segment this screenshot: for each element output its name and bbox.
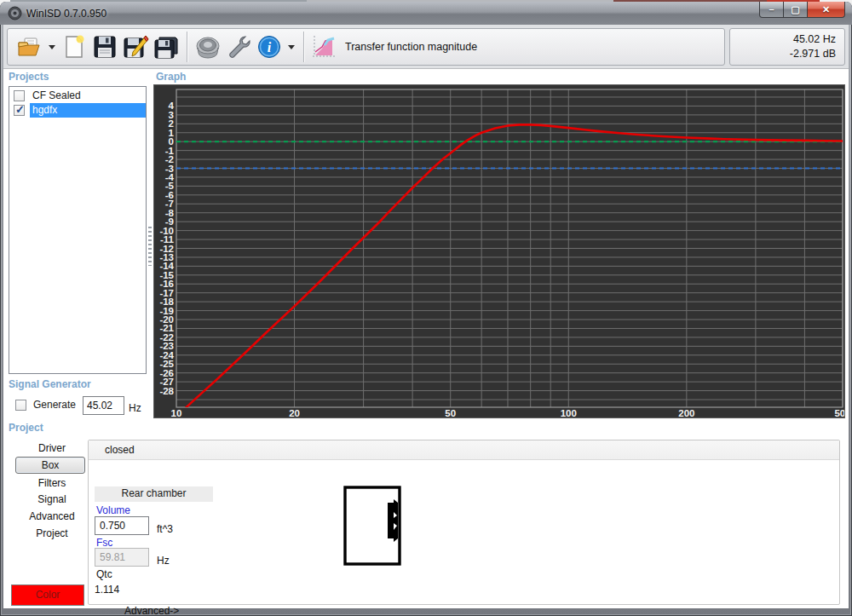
nav-item-driver[interactable]: Driver <box>14 440 90 456</box>
save-icon <box>92 34 118 60</box>
open-dropdown-arrow[interactable] <box>49 45 55 49</box>
svg-text:-2: -2 <box>165 154 174 164</box>
new-project-icon <box>62 34 86 60</box>
toolbar: i Transfer function magnitude 45.02 Hz -… <box>3 25 849 69</box>
svg-text:-7: -7 <box>165 199 174 209</box>
box-parameters-panel: closed Rear chamber Volume ft^3 Fsc Hz Q… <box>88 440 840 605</box>
toolbar-main-panel: i Transfer function magnitude <box>7 28 725 66</box>
cursor-readout-panel: 45.02 Hz -2.971 dB <box>729 28 845 66</box>
open-project-button[interactable] <box>14 32 45 62</box>
driver-icon <box>194 34 222 60</box>
volume-input[interactable] <box>95 516 149 535</box>
signal-generator-header: Signal Generator <box>9 378 91 390</box>
svg-text:-25: -25 <box>159 359 174 369</box>
project-row-cf-sealed[interactable]: CF Sealed <box>9 89 146 103</box>
svg-text:-1: -1 <box>165 146 175 156</box>
toolbar-separator-2 <box>303 32 304 62</box>
svg-text:3: 3 <box>169 110 174 120</box>
project-checkbox-checked[interactable] <box>14 105 25 116</box>
volume-label: Volume <box>96 504 130 516</box>
generator-frequency-unit: Hz <box>129 402 141 414</box>
nav-item-signal[interactable]: Signal <box>14 492 90 507</box>
nav-item-box-active[interactable]: Box <box>15 457 85 474</box>
svg-text:-26: -26 <box>159 368 174 378</box>
save-as-button[interactable] <box>120 32 151 62</box>
chart-icon[interactable] <box>309 33 338 60</box>
svg-text:-9: -9 <box>165 216 174 227</box>
fsc-label: Fsc <box>96 537 112 549</box>
rear-chamber-label[interactable]: Rear chamber <box>95 486 213 502</box>
panel-splitter-handle[interactable] <box>148 227 152 266</box>
volume-unit: ft^3 <box>157 523 173 535</box>
generate-checkbox[interactable] <box>15 400 26 411</box>
svg-text:-6: -6 <box>165 190 174 200</box>
qtc-label: Qtc <box>96 568 112 580</box>
project-row-hgdfx[interactable]: hgdfx <box>9 103 146 118</box>
qtc-value: 1.114 <box>95 584 119 596</box>
svg-text:-18: -18 <box>159 296 174 307</box>
preferences-button[interactable] <box>223 32 254 62</box>
svg-text:-14: -14 <box>159 261 174 271</box>
svg-text:-5: -5 <box>165 181 175 191</box>
svg-text:-16: -16 <box>159 279 174 289</box>
svg-text:-13: -13 <box>159 252 174 262</box>
box-type-header[interactable]: closed <box>89 440 839 460</box>
about-button[interactable]: i <box>254 32 285 62</box>
svg-text:-11: -11 <box>160 234 175 245</box>
svg-text:0: 0 <box>169 136 174 147</box>
generator-frequency-input[interactable] <box>83 396 124 415</box>
open-folder-icon <box>17 35 43 59</box>
titlebar[interactable]: WinISD 0.7.0.950 – ▢ ✕ <box>0 2 852 25</box>
fsc-unit: Hz <box>157 555 170 567</box>
tools-wrench-icon <box>226 34 251 60</box>
advanced-link[interactable]: Advanced-> <box>124 605 179 616</box>
nav-item-project[interactable]: Project <box>14 526 90 541</box>
transfer-function-graph[interactable]: -28-27-26-25-24-23-22-21-20-19-18-17-16-… <box>153 84 845 418</box>
toolbar-separator <box>187 32 187 62</box>
save-as-icon <box>122 34 149 60</box>
close-button[interactable]: ✕ <box>807 2 845 18</box>
maximize-button[interactable]: ▢ <box>784 2 807 18</box>
svg-text:500: 500 <box>834 408 844 417</box>
svg-text:1: 1 <box>169 128 175 138</box>
svg-text:-23: -23 <box>159 341 174 351</box>
svg-text:20: 20 <box>289 408 300 417</box>
svg-text:50: 50 <box>445 408 456 417</box>
svg-text:-24: -24 <box>159 350 174 360</box>
graph-header: Graph <box>156 71 186 83</box>
save-all-button[interactable] <box>151 32 181 62</box>
new-project-button[interactable] <box>59 32 89 62</box>
project-label[interactable]: CF Sealed <box>30 89 146 103</box>
project-section-header: Project <box>9 422 43 434</box>
svg-text:100: 100 <box>561 408 577 417</box>
generate-label: Generate <box>33 399 76 411</box>
svg-text:-4: -4 <box>165 172 175 182</box>
svg-text:-8: -8 <box>165 208 175 218</box>
winisd-window: WinISD 0.7.0.950 – ▢ ✕ <box>0 2 852 616</box>
svg-text:2: 2 <box>169 118 174 129</box>
svg-text:-15: -15 <box>159 270 174 280</box>
driver-editor-button[interactable] <box>193 32 223 62</box>
graph-canvas[interactable]: -28-27-26-25-24-23-22-21-20-19-18-17-16-… <box>154 85 844 417</box>
nav-item-filters[interactable]: Filters <box>14 475 90 491</box>
readout-frequency: 45.02 Hz <box>730 32 836 47</box>
readout-magnitude: -2.971 dB <box>730 47 836 61</box>
active-view-label: Transfer function magnitude <box>345 41 477 53</box>
client-area: Projects CF Sealed hgdfx Signal Generato… <box>3 69 849 608</box>
svg-text:-22: -22 <box>159 332 174 343</box>
project-label-selected[interactable]: hgdfx <box>30 103 146 118</box>
svg-text:-20: -20 <box>159 314 174 325</box>
nav-item-advanced[interactable]: Advanced <box>14 509 90 524</box>
svg-text:-21: -21 <box>159 323 174 333</box>
svg-text:-17: -17 <box>159 288 174 298</box>
minimize-button[interactable]: – <box>759 2 784 18</box>
color-button[interactable]: Color <box>11 584 84 606</box>
svg-text:-10: -10 <box>159 226 174 236</box>
projects-header: Projects <box>9 71 49 83</box>
projects-list[interactable]: CF Sealed hgdfx <box>9 86 147 374</box>
save-button[interactable] <box>89 32 120 62</box>
svg-text:-12: -12 <box>159 244 174 254</box>
info-dropdown-arrow[interactable] <box>288 45 295 49</box>
driver-cross-section <box>388 499 398 542</box>
project-checkbox-unchecked[interactable] <box>14 90 25 101</box>
